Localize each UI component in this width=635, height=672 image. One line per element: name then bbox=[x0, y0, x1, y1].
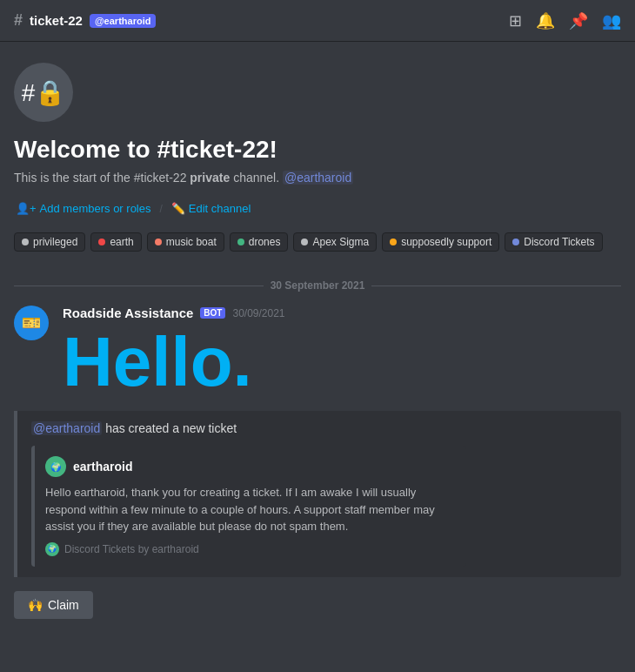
quote-avatar: 🌍 bbox=[45, 456, 66, 477]
welcome-section: #🔒 Welcome to #ticket-22! This is the st… bbox=[0, 42, 635, 272]
header-icons: ⊞ 🔔 📌 👥 bbox=[509, 11, 621, 30]
claim-emoji: 🙌 bbox=[28, 598, 43, 612]
user-tag-badge: @eartharoid bbox=[90, 14, 157, 28]
role-name: supposedly support bbox=[401, 236, 491, 248]
role-dot bbox=[512, 239, 519, 245]
quote-embed: 🌍 eartharoid Hello eartharoid, thank you… bbox=[31, 446, 466, 567]
role-tag: privileged bbox=[14, 232, 85, 252]
role-name: Apex Sigma bbox=[312, 236, 369, 248]
role-dot bbox=[22, 239, 29, 245]
divider-line-right bbox=[371, 286, 621, 286]
mention-eartharoid: @eartharoid bbox=[283, 171, 353, 185]
claim-section: 🙌 Claim bbox=[0, 584, 635, 633]
add-members-button[interactable]: 👤+ Add members or roles bbox=[14, 198, 152, 218]
ticket-created-section: @eartharoid has created a new ticket 🌍 e… bbox=[14, 411, 621, 577]
divider-line-left bbox=[14, 286, 264, 286]
role-tag: Apex Sigma bbox=[293, 232, 377, 252]
role-name: drones bbox=[249, 236, 281, 248]
welcome-title: Welcome to #ticket-22! bbox=[14, 136, 621, 164]
hello-text: Hello. bbox=[63, 324, 621, 400]
role-name: music boat bbox=[166, 236, 217, 248]
action-buttons: 👤+ Add members or roles / ✏️ Edit channe… bbox=[14, 198, 621, 218]
quote-author-row: 🌍 eartharoid bbox=[45, 456, 456, 477]
quote-body: Hello eartharoid, thank you for creating… bbox=[45, 484, 456, 535]
date-divider-text: 30 September 2021 bbox=[271, 279, 365, 292]
edit-channel-button[interactable]: ✏️ Edit channel bbox=[170, 198, 253, 218]
subtitle-prefix: This is the start of the #ticket-22 bbox=[14, 171, 186, 185]
quote-footer: 🌍 Discord Tickets by eartharoid bbox=[45, 542, 456, 556]
hash-icon: # bbox=[14, 11, 23, 30]
role-tag: Discord Tickets bbox=[505, 232, 602, 252]
subtitle-suffix: channel. bbox=[233, 171, 279, 185]
channel-name: ticket-22 bbox=[30, 13, 83, 28]
bot-badge: BOT bbox=[200, 307, 225, 319]
subtitle-bold: private bbox=[190, 171, 230, 185]
date-divider: 30 September 2021 bbox=[0, 272, 635, 299]
role-dot bbox=[155, 239, 162, 245]
role-dot bbox=[390, 239, 397, 245]
edit-channel-label: Edit channel bbox=[189, 202, 251, 215]
role-dot bbox=[98, 239, 105, 245]
role-tag: supposedly support bbox=[382, 232, 499, 252]
ticket-creator-mention: @eartharoid bbox=[31, 421, 102, 435]
channel-header: # ticket-22 @eartharoid ⊞ 🔔 📌 👥 bbox=[0, 0, 635, 42]
message-author: Roadside Assistance bbox=[63, 306, 193, 320]
search-hash-icon[interactable]: ⊞ bbox=[509, 11, 522, 30]
quote-author-name: eartharoid bbox=[73, 460, 132, 474]
footer-globe-icon: 🌍 bbox=[48, 545, 57, 553]
welcome-subtitle: This is the start of the #ticket-22 priv… bbox=[14, 171, 621, 185]
quote-footer-text: Discord Tickets by eartharoid bbox=[64, 543, 199, 555]
main-content: #🔒 Welcome to #ticket-22! This is the st… bbox=[0, 42, 635, 672]
role-name: earth bbox=[110, 236, 133, 248]
edit-icon: ✏️ bbox=[171, 202, 185, 215]
claim-label: Claim bbox=[48, 598, 79, 612]
add-members-icon: 👤+ bbox=[16, 202, 37, 215]
quote-footer-icon: 🌍 bbox=[45, 542, 59, 556]
quote-avatar-icon: 🌍 bbox=[50, 462, 61, 472]
bot-avatar-icon: 🎫 bbox=[22, 313, 41, 333]
members-icon[interactable]: 👥 bbox=[602, 11, 621, 30]
channel-icon-large: #🔒 bbox=[14, 63, 73, 122]
role-dot bbox=[237, 239, 244, 245]
message-header: Roadside Assistance BOT 30/09/2021 bbox=[63, 306, 621, 320]
ticket-created-text: @eartharoid has created a new ticket bbox=[31, 421, 607, 435]
bot-message-group: 🎫 Roadside Assistance BOT 30/09/2021 Hel… bbox=[0, 299, 635, 411]
bell-icon[interactable]: 🔔 bbox=[536, 11, 555, 30]
message-content: Roadside Assistance BOT 30/09/2021 Hello… bbox=[63, 306, 621, 404]
bot-avatar: 🎫 bbox=[14, 306, 49, 340]
pin-icon[interactable]: 📌 bbox=[569, 11, 588, 30]
message-timestamp: 30/09/2021 bbox=[232, 307, 284, 319]
role-name: privileged bbox=[33, 236, 77, 248]
role-tag: music boat bbox=[147, 232, 224, 252]
role-dot bbox=[301, 239, 308, 245]
role-name: Discord Tickets bbox=[524, 236, 594, 248]
role-tag: earth bbox=[90, 232, 141, 252]
roles-section: privileged earth music boat drones Apex … bbox=[14, 232, 621, 252]
add-members-label: Add members or roles bbox=[40, 202, 151, 215]
lock-hash-icon: #🔒 bbox=[22, 78, 66, 107]
claim-button[interactable]: 🙌 Claim bbox=[14, 591, 93, 619]
role-tag: drones bbox=[230, 232, 289, 252]
action-divider: / bbox=[159, 203, 162, 215]
